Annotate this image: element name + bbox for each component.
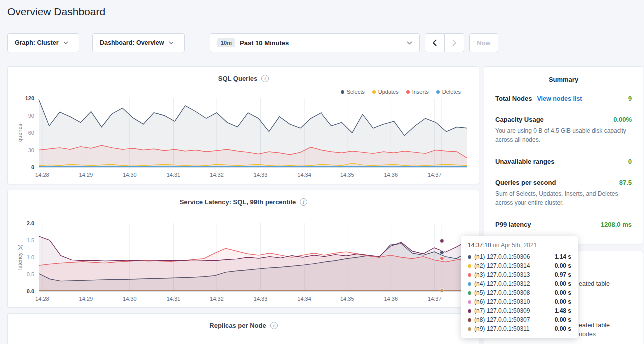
- summary-row-p99-latency: P99 latency 1208.0 ms: [495, 214, 632, 235]
- y-tick-label: 2.0: [27, 220, 34, 226]
- tooltip-node-value: 0.00 s: [555, 262, 571, 269]
- tooltip-node-name: (n6) 127.0.0.1:50310: [474, 298, 530, 305]
- legend-dot: [372, 90, 376, 94]
- y-tick-label: 30: [28, 147, 34, 153]
- info-icon[interactable]: i: [270, 322, 278, 329]
- tooltip-node-name: (n5) 127.0.0.1:50308: [474, 289, 530, 296]
- page-title: Overview Dashboard: [7, 6, 105, 18]
- graph-dropdown[interactable]: Graph: Cluster: [7, 33, 79, 52]
- x-tick-label: 14:29: [79, 172, 93, 178]
- legend-dot: [436, 90, 440, 94]
- summary-panel: Summary Total Nodes View nodes list 9 Ca…: [484, 66, 643, 244]
- tooltip-row: (n7) 127.0.0.1:503091.48 s: [468, 306, 571, 315]
- tooltip-node-name: (n8) 127.0.0.1:50307: [474, 316, 530, 323]
- tooltip-timestamp: 14:37:10 on Apr 5th, 2021: [468, 242, 571, 249]
- legend-label: Inserts: [412, 89, 429, 95]
- summary-value: 9: [628, 95, 632, 102]
- x-tick-label: 14:35: [340, 296, 354, 302]
- y-tick-label: 0.5: [27, 271, 34, 277]
- x-tick-label: 14:36: [384, 172, 398, 178]
- x-tick-label: 14:29: [79, 296, 93, 302]
- summary-value: 0: [628, 158, 632, 165]
- event-item-text[interactable]: eated table: [579, 280, 610, 287]
- summary-label: P99 latency: [495, 221, 531, 228]
- tooltip-row: (n8) 127.0.0.1:503070.00 s: [468, 315, 571, 324]
- legend-dot: [341, 90, 344, 94]
- x-tick-label: 14:33: [254, 296, 268, 302]
- next-range-button[interactable]: [444, 33, 464, 52]
- x-tick-label: 14:35: [340, 172, 354, 178]
- node-color-dot: [468, 282, 471, 286]
- node-color-dot: [468, 318, 471, 322]
- y-tick-label: 1.0: [27, 254, 34, 260]
- legend-item[interactable]: Deletes: [436, 89, 461, 95]
- service-latency-plot[interactable]: 14:2814:2914:3014:3114:3214:3314:3414:35…: [13, 220, 472, 307]
- sql-queries-chart-card: SQL Queries i SelectsUpdatesInsertsDelet…: [7, 66, 479, 184]
- y-tick-label: 0.0: [27, 288, 34, 294]
- x-tick-label: 14:28: [35, 296, 49, 302]
- x-tick-label: 14:37: [428, 172, 442, 178]
- x-tick-label: 14:34: [297, 172, 311, 178]
- tooltip-node-name: (n7) 127.0.0.1:50309: [474, 307, 530, 314]
- x-tick-label: 14:28: [35, 172, 49, 178]
- x-tick-label: 14:37: [428, 296, 442, 302]
- node-color-dot: [468, 264, 471, 268]
- now-button[interactable]: Now: [469, 33, 498, 52]
- legend-item[interactable]: Selects: [341, 89, 365, 95]
- summary-label: Queries per second: [495, 179, 556, 186]
- view-nodes-list-link[interactable]: View nodes list: [537, 95, 582, 102]
- summary-row-queries-per-second: Queries per second 87.5 Sum of Selects, …: [495, 172, 632, 214]
- summary-row-unavailable-ranges: Unavailable ranges 0: [495, 151, 632, 172]
- time-range-picker[interactable]: 10m Past 10 Minutes: [210, 33, 420, 52]
- chevron-down-icon: [407, 41, 412, 45]
- dashboard-dropdown[interactable]: Dashboard: Overview: [92, 33, 185, 52]
- legend-label: Updates: [378, 89, 399, 95]
- prev-range-button[interactable]: [425, 33, 445, 52]
- graph-dropdown-label: Graph: Cluster: [15, 39, 59, 46]
- node-color-dot: [468, 291, 471, 295]
- node-color-dot: [468, 309, 471, 313]
- chart-title: Service Latency: SQL, 99th percentile: [180, 198, 296, 206]
- sql-chart-legend: SelectsUpdatesInsertsDeletes: [341, 89, 461, 95]
- tooltip-row: (n1) 127.0.0.1:503061.14 s: [468, 252, 571, 261]
- tooltip-node-name: (n4) 127.0.0.1:50312: [474, 280, 530, 287]
- x-tick-label: 14:30: [123, 172, 137, 178]
- summary-row-total-nodes: Total Nodes View nodes list 9: [495, 88, 632, 109]
- chevron-left-icon: [433, 39, 437, 46]
- node-color-dot: [468, 255, 471, 259]
- tooltip-node-name: (n1) 127.0.0.1:50306: [474, 253, 530, 260]
- legend-label: Deletes: [442, 89, 461, 95]
- chevron-down-icon: [169, 41, 174, 44]
- x-tick-label: 14:34: [297, 296, 311, 302]
- sql-queries-plot[interactable]: 14:2814:2914:3014:3114:3214:3314:3414:35…: [13, 95, 472, 183]
- x-tick-label: 14:36: [384, 296, 398, 302]
- tooltip-row: (n5) 127.0.0.1:503080.00 s: [468, 288, 571, 297]
- tooltip-node-value: 0.00 s: [555, 298, 571, 305]
- replicas-chart-card: Replicas per Node i: [7, 313, 479, 344]
- summary-row-capacity-usage: Capacity Usage 0.00% You are using 0 B o…: [495, 109, 632, 151]
- tooltip-node-value: 0.00 s: [555, 280, 571, 287]
- summary-value: 0.00%: [613, 116, 632, 123]
- hover-marker: [440, 256, 444, 260]
- event-item-text[interactable]: eated table: [579, 322, 610, 329]
- tooltip-node-name: (n9) 127.0.0.1:50311: [474, 325, 530, 332]
- legend-item[interactable]: Inserts: [406, 89, 429, 95]
- tooltip-rows: (n1) 127.0.0.1:503061.14 s(n2) 127.0.0.1…: [468, 252, 571, 333]
- legend-item[interactable]: Updates: [372, 89, 399, 95]
- tooltip-node-value: 0.00 s: [555, 325, 571, 332]
- tooltip-node-value: 0.00 s: [555, 316, 571, 323]
- info-icon[interactable]: i: [300, 198, 307, 206]
- node-color-dot: [468, 273, 471, 277]
- hover-marker: [440, 239, 444, 243]
- x-tick-label: 14:31: [167, 296, 181, 302]
- summary-label: Unavailable ranges: [495, 158, 555, 165]
- y-tick-label: 0: [31, 164, 34, 170]
- summary-value: 87.5: [619, 179, 632, 186]
- summary-label: Capacity Usage: [495, 116, 544, 123]
- tooltip-row: (n2) 127.0.0.1:503140.00 s: [468, 261, 571, 270]
- tooltip-row: (n3) 127.0.0.1:503130.97 s: [468, 270, 571, 279]
- info-icon[interactable]: i: [261, 75, 269, 82]
- series-area: [39, 236, 467, 291]
- legend-label: Selects: [347, 89, 365, 95]
- chevron-right-icon: [452, 39, 456, 46]
